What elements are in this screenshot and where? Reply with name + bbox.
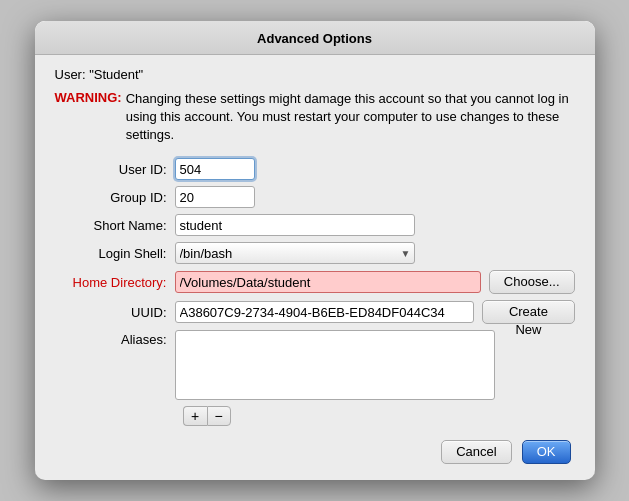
cancel-button[interactable]: Cancel (441, 440, 511, 464)
ok-button[interactable]: OK (522, 440, 571, 464)
aliases-box[interactable] (175, 330, 495, 400)
home-dir-row: Home Directory: Choose... (55, 270, 575, 294)
uuid-input[interactable] (175, 301, 475, 323)
warning-box: WARNING: Changing these settings might d… (55, 90, 575, 145)
group-id-input[interactable] (175, 186, 255, 208)
short-name-input[interactable] (175, 214, 415, 236)
warning-text: Changing these settings might damage thi… (126, 90, 575, 145)
group-id-row: Group ID: (55, 186, 575, 208)
user-id-input[interactable] (175, 158, 255, 180)
aliases-label: Aliases: (55, 330, 175, 347)
short-name-label: Short Name: (55, 218, 175, 233)
warning-label: WARNING: (55, 90, 122, 145)
advanced-options-dialog: Advanced Options User: "Student" WARNING… (35, 21, 595, 481)
remove-alias-button[interactable]: − (207, 406, 231, 426)
dialog-title: Advanced Options (257, 31, 372, 46)
footer-buttons: Cancel OK (55, 440, 575, 464)
title-bar: Advanced Options (35, 21, 595, 55)
create-new-button[interactable]: Create New (482, 300, 574, 324)
create-new-button-wrapper: Create New (482, 300, 574, 324)
user-line: User: "Student" (55, 67, 575, 82)
login-shell-label: Login Shell: (55, 246, 175, 261)
short-name-row: Short Name: (55, 214, 575, 236)
login-shell-row: Login Shell: /bin/bash /bin/sh /bin/zsh … (55, 242, 575, 264)
login-shell-wrapper: /bin/bash /bin/sh /bin/zsh /bin/csh /bin… (175, 242, 415, 264)
uuid-label: UUID: (55, 305, 175, 320)
group-id-label: Group ID: (55, 190, 175, 205)
add-alias-button[interactable]: + (183, 406, 207, 426)
aliases-row: Aliases: (55, 330, 575, 400)
choose-button[interactable]: Choose... (489, 270, 575, 294)
dialog-body: User: "Student" WARNING: Changing these … (35, 55, 595, 481)
home-dir-input[interactable] (175, 271, 481, 293)
aliases-controls: + − (183, 406, 575, 426)
form-section: User ID: Group ID: Short Name: Login She… (55, 158, 575, 426)
home-dir-label: Home Directory: (55, 275, 175, 290)
user-id-row: User ID: (55, 158, 575, 180)
choose-button-wrapper: Choose... (489, 270, 575, 294)
uuid-row: UUID: Create New (55, 300, 575, 324)
user-id-label: User ID: (55, 162, 175, 177)
login-shell-select[interactable]: /bin/bash /bin/sh /bin/zsh /bin/csh /bin… (175, 242, 415, 264)
